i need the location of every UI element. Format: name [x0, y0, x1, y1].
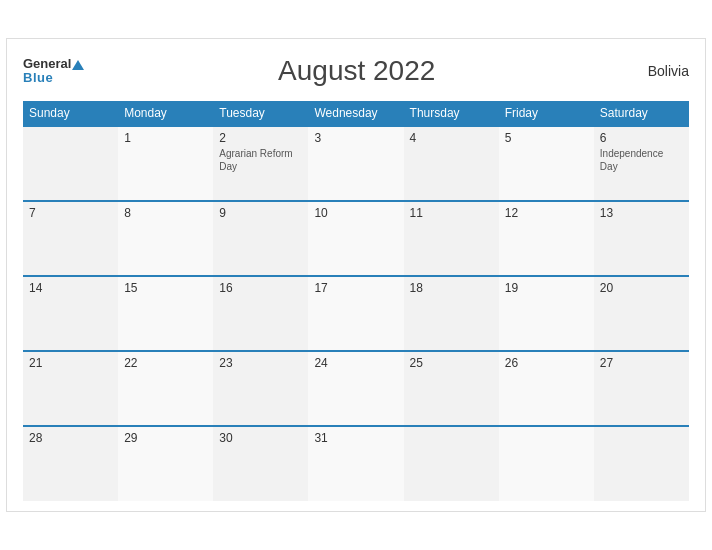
weekday-header: Tuesday: [213, 101, 308, 126]
calendar-day-cell: 28: [23, 426, 118, 501]
svg-marker-0: [72, 60, 84, 70]
calendar-day-cell: 5: [499, 126, 594, 201]
day-number: 19: [505, 281, 588, 295]
day-number: 31: [314, 431, 397, 445]
day-number: 30: [219, 431, 302, 445]
calendar-day-cell: 30: [213, 426, 308, 501]
calendar-day-cell: 10: [308, 201, 403, 276]
calendar-day-cell: 16: [213, 276, 308, 351]
calendar-day-cell: 6Independence Day: [594, 126, 689, 201]
holiday-label: Agrarian Reform Day: [219, 147, 302, 173]
calendar-day-cell: 17: [308, 276, 403, 351]
day-number: 2: [219, 131, 302, 145]
day-number: 12: [505, 206, 588, 220]
logo-triangle-icon: [72, 59, 84, 71]
calendar-day-cell: [404, 426, 499, 501]
day-number: 14: [29, 281, 112, 295]
day-number: 5: [505, 131, 588, 145]
weekday-header: Friday: [499, 101, 594, 126]
calendar-day-cell: 29: [118, 426, 213, 501]
day-number: 24: [314, 356, 397, 370]
calendar-day-cell: [594, 426, 689, 501]
day-number: 11: [410, 206, 493, 220]
calendar-day-cell: 19: [499, 276, 594, 351]
holiday-label: Independence Day: [600, 147, 683, 173]
day-number: 22: [124, 356, 207, 370]
day-number: 28: [29, 431, 112, 445]
month-title: August 2022: [84, 55, 629, 87]
weekday-header: Monday: [118, 101, 213, 126]
calendar-header: General Blue August 2022 Bolivia: [23, 55, 689, 87]
day-number: 16: [219, 281, 302, 295]
day-number: 9: [219, 206, 302, 220]
calendar-day-cell: 2Agrarian Reform Day: [213, 126, 308, 201]
calendar-day-cell: 24: [308, 351, 403, 426]
calendar-day-cell: 13: [594, 201, 689, 276]
calendar-day-cell: 1: [118, 126, 213, 201]
day-number: 6: [600, 131, 683, 145]
day-number: 10: [314, 206, 397, 220]
calendar-week-row: 14151617181920: [23, 276, 689, 351]
calendar-header-row: SundayMondayTuesdayWednesdayThursdayFrid…: [23, 101, 689, 126]
weekday-header: Wednesday: [308, 101, 403, 126]
calendar-day-cell: 11: [404, 201, 499, 276]
calendar-day-cell: 14: [23, 276, 118, 351]
day-number: 25: [410, 356, 493, 370]
calendar-day-cell: [499, 426, 594, 501]
calendar-day-cell: 25: [404, 351, 499, 426]
calendar-day-cell: 7: [23, 201, 118, 276]
calendar-week-row: 28293031: [23, 426, 689, 501]
day-number: 7: [29, 206, 112, 220]
calendar-day-cell: 22: [118, 351, 213, 426]
calendar-day-cell: 8: [118, 201, 213, 276]
day-number: 3: [314, 131, 397, 145]
day-number: 1: [124, 131, 207, 145]
logo-blue-text: Blue: [23, 71, 53, 85]
weekday-header: Thursday: [404, 101, 499, 126]
day-number: 20: [600, 281, 683, 295]
calendar-day-cell: 20: [594, 276, 689, 351]
day-number: 26: [505, 356, 588, 370]
calendar-table: SundayMondayTuesdayWednesdayThursdayFrid…: [23, 101, 689, 501]
calendar-day-cell: 15: [118, 276, 213, 351]
calendar-week-row: 12Agrarian Reform Day3456Independence Da…: [23, 126, 689, 201]
calendar-week-row: 21222324252627: [23, 351, 689, 426]
weekday-header: Sunday: [23, 101, 118, 126]
calendar-body: 12Agrarian Reform Day3456Independence Da…: [23, 126, 689, 501]
day-number: 27: [600, 356, 683, 370]
day-number: 17: [314, 281, 397, 295]
day-number: 18: [410, 281, 493, 295]
calendar-day-cell: 26: [499, 351, 594, 426]
calendar-day-cell: 27: [594, 351, 689, 426]
logo: General Blue: [23, 57, 84, 86]
calendar-day-cell: 9: [213, 201, 308, 276]
calendar-day-cell: 12: [499, 201, 594, 276]
weekday-header: Saturday: [594, 101, 689, 126]
calendar-day-cell: 3: [308, 126, 403, 201]
day-number: 8: [124, 206, 207, 220]
logo-general-text: General: [23, 57, 71, 71]
country-label: Bolivia: [629, 63, 689, 79]
calendar-container: General Blue August 2022 Bolivia SundayM…: [6, 38, 706, 512]
day-number: 13: [600, 206, 683, 220]
day-number: 23: [219, 356, 302, 370]
day-number: 29: [124, 431, 207, 445]
day-number: 15: [124, 281, 207, 295]
calendar-day-cell: 21: [23, 351, 118, 426]
calendar-day-cell: 18: [404, 276, 499, 351]
calendar-day-cell: 31: [308, 426, 403, 501]
day-number: 4: [410, 131, 493, 145]
calendar-day-cell: 23: [213, 351, 308, 426]
day-number: 21: [29, 356, 112, 370]
calendar-day-cell: [23, 126, 118, 201]
calendar-week-row: 78910111213: [23, 201, 689, 276]
calendar-day-cell: 4: [404, 126, 499, 201]
